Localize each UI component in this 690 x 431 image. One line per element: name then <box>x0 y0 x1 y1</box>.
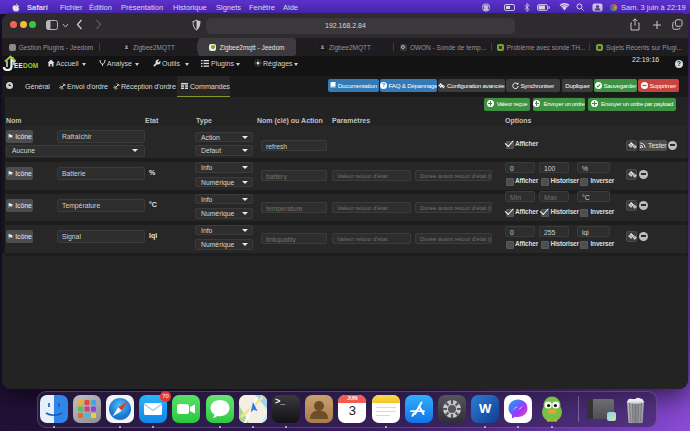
svg-text:?: ? <box>382 82 385 88</box>
